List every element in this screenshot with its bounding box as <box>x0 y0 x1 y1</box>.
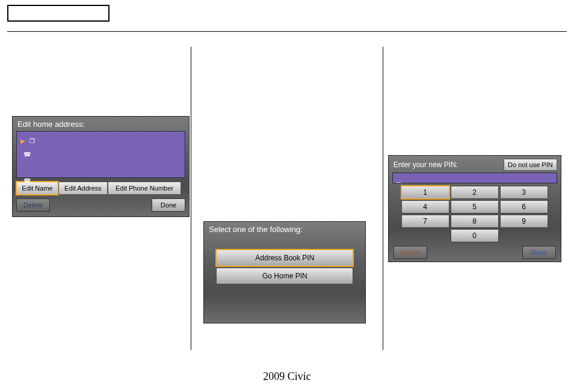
delete-button[interactable]: Delete <box>393 246 427 259</box>
go-home-pin-button[interactable]: Go Home PIN <box>216 268 353 284</box>
keypad-2[interactable]: 2 <box>451 186 499 199</box>
home-row-name[interactable]: ▶ ❐ <box>20 134 181 147</box>
cursor-indicator-icon: ▶ <box>20 138 25 144</box>
done-button[interactable]: Done <box>522 246 556 259</box>
home-row-phone[interactable]: ☎ <box>20 174 181 187</box>
address-book-pin-button[interactable]: Address Book PIN <box>216 250 353 266</box>
column-2: Select one of the following: Address Boo… <box>191 41 382 356</box>
screen-edit-home: Edit home address: ▶ ❐ ☎ ☎ <box>12 116 190 217</box>
column-1: Edit home address: ▶ ❐ ☎ ☎ <box>0 41 191 356</box>
keypad-4[interactable]: 4 <box>401 200 449 213</box>
delete-button[interactable]: Delete <box>16 198 50 212</box>
screen1-title: Edit home address: <box>13 117 189 131</box>
keypad-8[interactable]: 8 <box>451 215 499 228</box>
columns-container: Edit home address: ▶ ❐ ☎ ☎ <box>0 41 574 356</box>
top-text-box <box>7 5 110 22</box>
phone-icon: ☎ <box>23 177 31 184</box>
keypad-3[interactable]: 3 <box>500 186 548 199</box>
screen-select-pin-type: Select one of the following: Address Boo… <box>203 221 366 323</box>
screen2-title: Select one of the following: <box>204 222 365 236</box>
horizontal-rule <box>7 31 567 32</box>
screen-enter-pin: Enter your new PIN: Do not use PIN _ 1 2… <box>388 155 561 262</box>
column-3: Enter your new PIN: Do not use PIN _ 1 2… <box>383 41 574 356</box>
screen3-title: Enter your new PIN: <box>393 161 458 169</box>
do-not-use-pin-button[interactable]: Do not use PIN <box>504 159 557 171</box>
keypad-7[interactable]: 7 <box>401 215 449 228</box>
screen1-bottom-row: Delete Done <box>16 198 185 212</box>
screen3-bottom-row: Delete Done <box>393 246 556 259</box>
keypad-5[interactable]: 5 <box>451 200 499 213</box>
keypad-0[interactable]: 0 <box>451 229 499 242</box>
home-row-blank <box>20 161 181 174</box>
done-button[interactable]: Done <box>152 198 185 212</box>
keypad-1[interactable]: 1 <box>401 186 449 199</box>
numeric-keypad: 1 2 3 4 5 6 7 8 9 0 <box>400 186 550 242</box>
keypad-9[interactable]: 9 <box>500 215 548 228</box>
keypad-6[interactable]: 6 <box>500 200 548 213</box>
home-row-address[interactable]: ☎ <box>20 147 181 161</box>
pin-type-list: Address Book PIN Go Home PIN <box>216 250 353 284</box>
pin-entry-field[interactable]: _ <box>392 173 557 183</box>
footer-text: 2009 Civic <box>0 370 574 383</box>
tag-icon: ❐ <box>28 138 36 144</box>
pin-cursor: _ <box>397 174 401 183</box>
phone-icon: ☎ <box>23 151 31 158</box>
home-fields-area: ▶ ❐ ☎ ☎ <box>16 131 185 178</box>
screen3-title-row: Enter your new PIN: Do not use PIN <box>389 156 561 173</box>
